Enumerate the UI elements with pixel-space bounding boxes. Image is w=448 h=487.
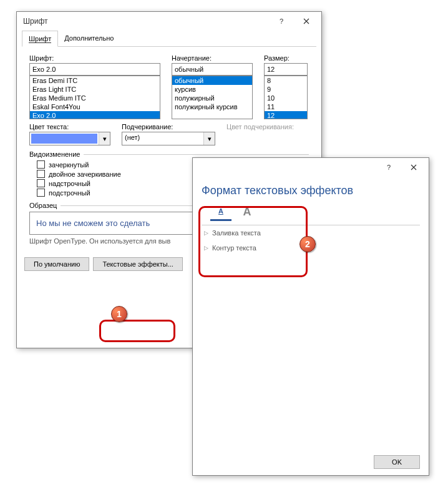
close-button[interactable] <box>294 12 319 30</box>
size-label: Размер: <box>264 54 308 62</box>
chevron-down-icon: ▾ <box>99 132 110 145</box>
default-button[interactable]: По умолчанию <box>24 257 89 271</box>
underline-combo[interactable]: (нет) ▾ <box>122 132 215 145</box>
dialog-title: Шрифт <box>23 17 269 26</box>
font-color-label: Цвет текста: <box>29 123 110 130</box>
style-label: Начертание: <box>172 54 253 62</box>
ok-button[interactable]: OK <box>374 455 420 469</box>
style-listbox[interactable]: обычный курсив полужирный полужирный кур… <box>172 76 253 119</box>
help-button[interactable]: ? <box>376 159 401 176</box>
list-item[interactable]: 10 <box>265 94 307 102</box>
titlebar: Шрифт ? <box>17 12 321 31</box>
size-listbox[interactable]: 8 9 10 11 12 <box>264 76 308 119</box>
font-color-combo[interactable]: ▾ <box>29 132 110 145</box>
text-fill-tab-icon[interactable]: A <box>210 202 231 221</box>
callout-badge-1: 1 <box>111 306 127 322</box>
list-item[interactable]: 9 <box>265 85 307 94</box>
tab-advanced[interactable]: Дополнительно <box>58 31 120 46</box>
font-input[interactable] <box>29 63 160 76</box>
list-item[interactable]: Eras Demi ITC <box>30 76 160 85</box>
size-input[interactable] <box>264 63 308 76</box>
list-item[interactable]: Exo 2.0 <box>30 111 160 119</box>
close-button[interactable] <box>401 159 426 176</box>
color-swatch <box>31 134 97 144</box>
underline-label: Подчеркивание: <box>122 123 215 130</box>
list-item[interactable]: 12 <box>265 111 307 119</box>
list-item[interactable]: 11 <box>265 102 307 111</box>
text-effects-tab-icon[interactable]: A <box>236 202 258 221</box>
list-item[interactable]: полужирный <box>172 94 252 102</box>
chevron-down-icon: ▾ <box>203 132 215 145</box>
underline-value: (нет) <box>122 132 203 145</box>
list-item[interactable]: обычный <box>172 76 252 85</box>
callout-badge-2: 2 <box>299 236 316 252</box>
font-label: Шрифт: <box>29 54 160 62</box>
list-item[interactable]: полужирный курсив <box>172 102 252 111</box>
style-input[interactable] <box>172 63 253 76</box>
list-item[interactable]: Eras Light ITC <box>30 85 160 94</box>
list-item[interactable]: Eras Medium ITC <box>30 94 160 102</box>
icon-tab-strip: A A <box>202 202 420 225</box>
list-item[interactable]: курсив <box>172 85 252 94</box>
underline-color-label: Цвет подчеркивания: <box>226 123 309 130</box>
tab-font[interactable]: Шрифт <box>22 31 58 47</box>
expand-icon: ▷ <box>204 245 208 251</box>
tab-strip: Шрифт Дополнительно <box>22 31 316 47</box>
titlebar: ? <box>193 158 429 177</box>
font-listbox[interactable]: Eras Demi ITC Eras Light ITC Eras Medium… <box>29 76 160 119</box>
expand-icon: ▷ <box>204 230 208 236</box>
list-item[interactable]: 8 <box>265 76 307 85</box>
list-item[interactable]: Eskal Font4You <box>30 102 160 111</box>
format-dialog-title: Формат текстовых эффектов <box>193 177 429 202</box>
text-effects-button[interactable]: Текстовые эффекты... <box>93 257 183 271</box>
format-effects-dialog: ? Формат текстовых эффектов A A ▷ Заливк… <box>192 157 429 476</box>
help-button[interactable]: ? <box>269 12 294 30</box>
